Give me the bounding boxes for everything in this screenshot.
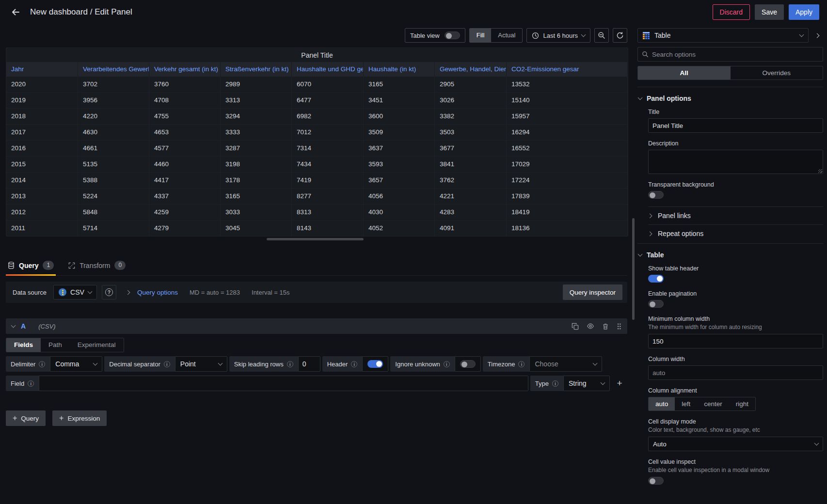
- discard-button[interactable]: Discard: [713, 4, 750, 20]
- table-header-cell[interactable]: Haushalte und GHD ge: [292, 62, 364, 77]
- editor-tab-fields[interactable]: Fields: [6, 338, 41, 352]
- table-header-cell[interactable]: Verkehr gesamt (in kt): [149, 62, 221, 77]
- fill-option[interactable]: Fill: [470, 29, 492, 42]
- info-icon[interactable]: i: [164, 361, 170, 367]
- collapse-options-pane-button[interactable]: [811, 28, 823, 43]
- table-header-cell[interactable]: Verarbeitendes Gewerl: [78, 62, 149, 77]
- top-bar: New dashboard / Edit Panel Discard Save …: [0, 0, 827, 24]
- column-alignment-left[interactable]: left: [675, 397, 697, 410]
- table-header-cell[interactable]: Jahr: [6, 62, 78, 77]
- info-icon[interactable]: i: [28, 380, 34, 387]
- visualization-picker[interactable]: Table: [637, 28, 809, 43]
- delimiter-select[interactable]: Comma: [50, 356, 102, 372]
- repeat-options-section[interactable]: Repeat options: [648, 224, 823, 242]
- column-alignment-right[interactable]: right: [729, 397, 755, 410]
- chevron-right-icon: [814, 33, 819, 38]
- table-cell: 2014: [6, 173, 78, 188]
- drag-handle-icon[interactable]: [617, 323, 621, 330]
- actual-option[interactable]: Actual: [491, 29, 522, 42]
- table-section-header[interactable]: Table: [638, 251, 823, 259]
- column-alignment-auto[interactable]: auto: [649, 397, 675, 410]
- info-icon[interactable]: i: [351, 361, 357, 367]
- tab-all[interactable]: All: [638, 66, 731, 79]
- min-column-width-input[interactable]: [648, 334, 823, 348]
- description-textarea[interactable]: [648, 150, 823, 174]
- duplicate-query-icon[interactable]: [572, 323, 579, 330]
- query-editor-header[interactable]: A (CSV): [6, 318, 627, 334]
- table-cell: 2019: [6, 93, 78, 108]
- datasource-picker[interactable]: CSV: [53, 285, 97, 299]
- table-cell: 17839: [507, 189, 628, 204]
- refresh-button[interactable]: [613, 28, 627, 43]
- back-arrow-icon[interactable]: [8, 4, 23, 20]
- table-header-cell[interactable]: Straßenverkehr (in kt): [221, 62, 292, 77]
- column-width-input[interactable]: [648, 365, 823, 380]
- panel-links-section[interactable]: Panel links: [648, 206, 823, 224]
- column-alignment-group: autoleftcenterright: [648, 397, 756, 411]
- options-sidebar: Table All Overrides P: [636, 24, 827, 504]
- datasource-help-button[interactable]: ?: [102, 285, 116, 299]
- search-options-input[interactable]: [652, 51, 819, 58]
- collapse-chevron-icon[interactable]: [11, 323, 16, 328]
- table-view-toggle[interactable]: [445, 32, 460, 39]
- hide-query-eye-icon[interactable]: [587, 322, 594, 330]
- enable-pagination-toggle[interactable]: [648, 300, 664, 308]
- type-group: Type i String: [530, 376, 610, 391]
- query-inspector-button[interactable]: Query inspector: [563, 284, 622, 300]
- panel-title-input[interactable]: [648, 118, 823, 133]
- table-header-cell[interactable]: Gewerbe, Handel, Dien: [435, 62, 507, 77]
- column-alignment-center[interactable]: center: [697, 397, 729, 410]
- delete-query-trash-icon[interactable]: [602, 323, 609, 330]
- apply-button[interactable]: Apply: [789, 4, 819, 20]
- skip-rows-input[interactable]: [298, 356, 320, 372]
- enable-pagination-label: Enable pagination: [648, 290, 823, 297]
- zoom-out-button[interactable]: [594, 28, 609, 43]
- tab-transform[interactable]: Transform 0: [66, 261, 127, 275]
- editor-tab-experimental[interactable]: Experimental: [70, 338, 124, 352]
- add-expression-button[interactable]: + Expression: [52, 410, 107, 426]
- ignore-unknown-toggle[interactable]: [460, 360, 476, 368]
- add-query-button[interactable]: + Query: [6, 410, 46, 426]
- cell-display-mode-select[interactable]: Auto: [648, 437, 823, 451]
- timezone-select[interactable]: Choose: [529, 356, 602, 372]
- table-cell: 3178: [221, 173, 292, 188]
- table-cell: 2011: [6, 220, 78, 236]
- header-toggle[interactable]: [367, 360, 383, 368]
- panel-options-section-header[interactable]: Panel options: [638, 94, 823, 102]
- tab-overrides[interactable]: Overrides: [731, 66, 823, 79]
- transparent-bg-toggle[interactable]: [648, 191, 664, 199]
- table-cell: 17224: [507, 173, 628, 188]
- query-editor-tabs: FieldsPathExperimental: [6, 338, 124, 352]
- show-table-header-toggle[interactable]: [648, 275, 664, 283]
- viz-picker-row: Table: [637, 28, 823, 43]
- table-cell: 2016: [6, 141, 78, 156]
- table-h-scrollbar[interactable]: [267, 238, 364, 240]
- panel-title: Panel Title: [6, 48, 628, 62]
- info-icon[interactable]: i: [444, 361, 450, 367]
- decimal-separator-select[interactable]: Point: [175, 356, 227, 372]
- sidebar-scrollbar-thumb[interactable]: [632, 218, 635, 320]
- save-button[interactable]: Save: [755, 4, 784, 20]
- sidebar-divider: [637, 87, 823, 87]
- panel-options-content: Title Description Transparent background: [637, 109, 823, 206]
- table-header-cell[interactable]: Haushalte (in kt): [364, 62, 435, 77]
- info-icon[interactable]: i: [287, 361, 293, 367]
- content-row: Table view Fill Actual Last 6 hours: [0, 24, 827, 504]
- resize-handle[interactable]: [818, 169, 822, 173]
- add-field-button[interactable]: +: [612, 376, 627, 391]
- tab-query[interactable]: Query 1: [6, 261, 56, 275]
- table-cell: 3841: [435, 157, 507, 172]
- table-cell: 2018: [6, 109, 78, 124]
- table-header-cell[interactable]: CO2-Emissionen gesar: [507, 62, 628, 77]
- query-options-link[interactable]: Query options: [137, 289, 178, 296]
- info-icon[interactable]: i: [552, 380, 558, 387]
- editor-tab-path[interactable]: Path: [41, 338, 70, 352]
- info-icon[interactable]: i: [518, 361, 525, 367]
- ignore-unknown-label: Ignore unknown i: [390, 356, 455, 372]
- type-select[interactable]: String: [563, 376, 610, 391]
- info-icon[interactable]: i: [39, 361, 45, 367]
- field-name-input[interactable]: [39, 376, 528, 391]
- time-range-picker[interactable]: Last 6 hours: [526, 28, 590, 43]
- cell-value-inspect-toggle[interactable]: [648, 477, 664, 485]
- skip-rows-label: Skip leading rows i: [229, 356, 298, 372]
